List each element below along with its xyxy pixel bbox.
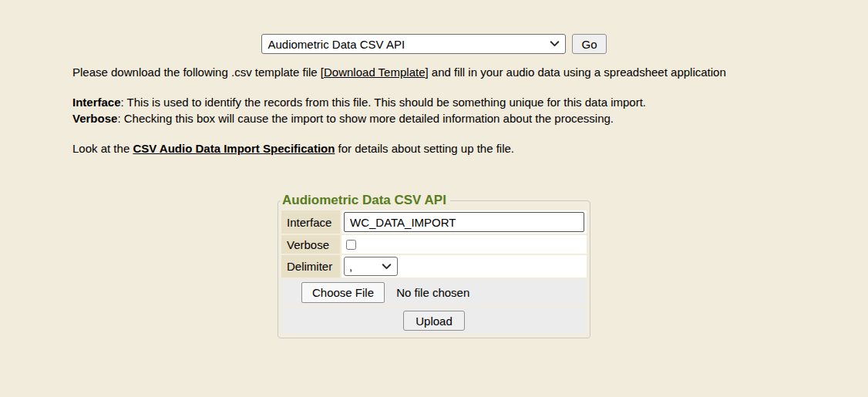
verbose-term: Verbose: [72, 112, 117, 125]
interface-input[interactable]: [344, 212, 584, 232]
interface-description: : This is used to identify the records f…: [121, 96, 646, 109]
download-text-before: Please download the following .csv templ…: [72, 66, 324, 79]
verbose-checkbox[interactable]: [346, 240, 356, 250]
download-text-after: ] and fill in your audio data using a sp…: [426, 66, 726, 79]
api-switcher: Audiometric Data CSV API Go: [0, 0, 868, 54]
interface-label: Interface: [281, 210, 340, 234]
verbose-value-cell: [341, 235, 587, 254]
interface-term: Interface: [72, 96, 121, 109]
table-row-upload: Upload: [281, 308, 587, 334]
verbose-label: Verbose: [281, 235, 340, 254]
upload-button[interactable]: Upload: [403, 311, 465, 331]
interface-value-cell: [341, 210, 587, 234]
download-instructions: Please download the following .csv templ…: [72, 64, 796, 80]
delimiter-value-cell: ,: [341, 255, 587, 278]
go-button[interactable]: Go: [572, 34, 606, 54]
spec-text-before: Look at the: [72, 142, 133, 155]
spec-text-after: for details about setting up the file.: [335, 142, 514, 155]
api-select-wrap: Audiometric Data CSV API: [261, 34, 566, 54]
upload-cell: Upload: [281, 308, 587, 334]
api-select[interactable]: Audiometric Data CSV API: [261, 34, 566, 54]
file-status-text: No file chosen: [396, 286, 469, 299]
table-row-file: Choose File No file chosen: [281, 279, 587, 306]
file-input-cell: Choose File No file chosen: [281, 279, 587, 306]
table-row-verbose: Verbose: [281, 235, 587, 254]
upload-form: Audiometric Data CSV API Interface Verbo…: [278, 193, 590, 338]
delimiter-select-wrap: ,: [344, 257, 398, 276]
table-row-delimiter: Delimiter ,: [281, 255, 587, 278]
audiometric-fieldset: Audiometric Data CSV API Interface Verbo…: [278, 193, 590, 338]
field-descriptions: Interface: This is used to identify the …: [72, 94, 796, 126]
intro-text: Please download the following .csv templ…: [72, 64, 796, 156]
download-template-link[interactable]: Download Template: [324, 66, 425, 79]
delimiter-label: Delimiter: [281, 255, 340, 278]
table-row-interface: Interface: [281, 210, 587, 234]
verbose-description: : Checking this box will cause the impor…: [117, 112, 614, 125]
choose-file-button[interactable]: Choose File: [301, 282, 385, 303]
form-table: Interface Verbose Delimiter: [280, 209, 588, 335]
form-area: Audiometric Data CSV API Interface Verbo…: [0, 193, 868, 338]
delimiter-select[interactable]: ,: [344, 257, 398, 276]
form-legend: Audiometric Data CSV API: [281, 193, 450, 208]
spec-link[interactable]: CSV Audio Data Import Specification: [133, 142, 335, 155]
spec-reference: Look at the CSV Audio Data Import Specif…: [72, 140, 796, 156]
